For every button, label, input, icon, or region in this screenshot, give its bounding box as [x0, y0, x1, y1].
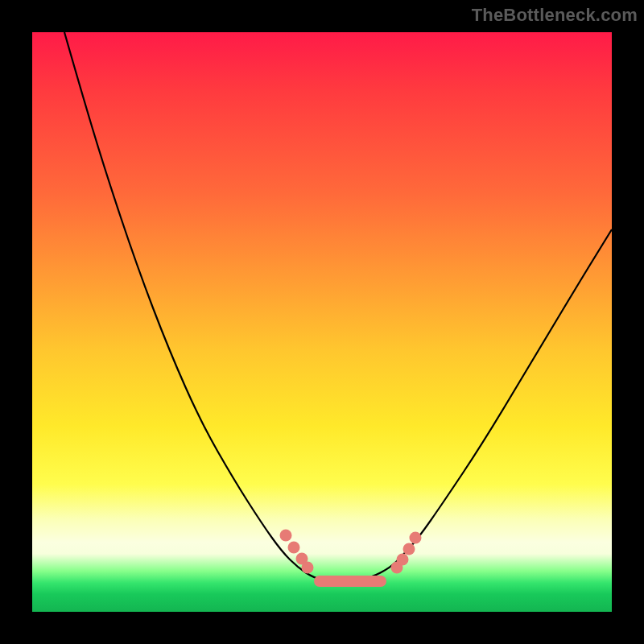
marker-cluster-right: [391, 532, 422, 574]
marker-dot: [288, 542, 300, 554]
marker-dot: [403, 543, 415, 555]
bottleneck-curve: [64, 32, 612, 581]
marker-dot: [280, 530, 292, 542]
watermark-text: TheBottleneck.com: [472, 5, 638, 26]
plot-area: [32, 32, 612, 612]
marker-dot: [302, 562, 314, 574]
chart-frame: TheBottleneck.com: [0, 0, 644, 644]
marker-dot: [397, 554, 409, 566]
marker-bottom-pill: [314, 576, 386, 587]
curve-svg: [32, 32, 612, 612]
marker-dot: [410, 532, 422, 544]
